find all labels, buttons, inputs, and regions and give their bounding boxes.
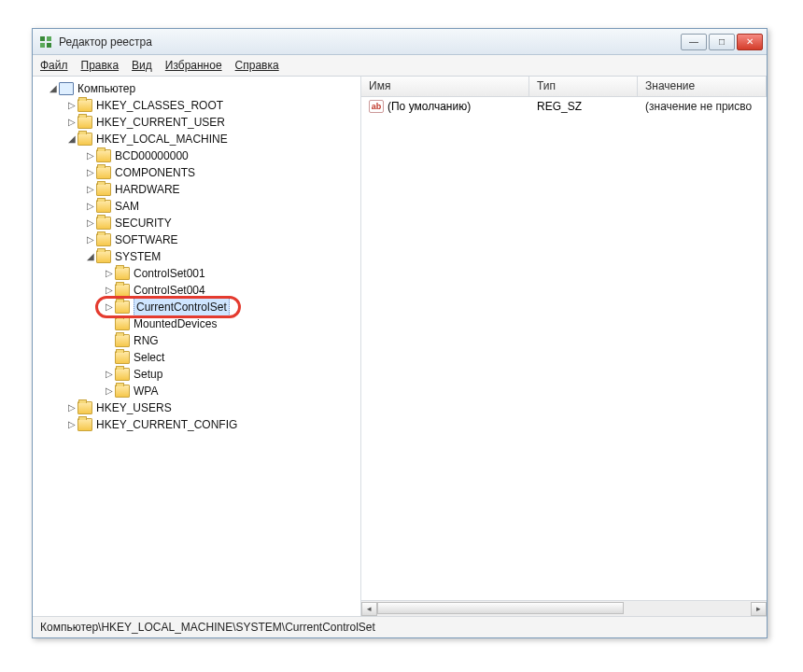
folder-icon bbox=[115, 301, 130, 314]
tree-label: Компьютер bbox=[77, 80, 135, 97]
tree-node-rng[interactable]: ▷RNG bbox=[33, 332, 360, 349]
expand-icon[interactable]: ▷ bbox=[66, 97, 77, 114]
value-row[interactable]: ab (По умолчанию) REG_SZ (значение не пр… bbox=[361, 97, 767, 116]
folder-icon bbox=[115, 368, 130, 381]
collapse-icon[interactable]: ◢ bbox=[48, 80, 59, 97]
tree-node-software[interactable]: ▷SOFTWARE bbox=[33, 231, 360, 248]
expand-icon[interactable]: ▷ bbox=[66, 416, 77, 433]
column-type[interactable]: Тип bbox=[529, 77, 638, 96]
computer-icon bbox=[59, 82, 74, 95]
svg-rect-3 bbox=[47, 43, 51, 48]
menu-view[interactable]: Вид bbox=[132, 59, 152, 72]
expand-icon[interactable]: ▷ bbox=[85, 147, 96, 164]
horizontal-scrollbar[interactable]: ◂ ▸ bbox=[361, 600, 767, 616]
svg-rect-1 bbox=[47, 36, 51, 41]
folder-icon bbox=[96, 217, 111, 230]
tree-label: WPA bbox=[134, 383, 158, 399]
folder-icon bbox=[96, 183, 111, 196]
menu-favorites[interactable]: Избранное bbox=[165, 59, 222, 72]
tree-node-hklm[interactable]: ◢ HKEY_LOCAL_MACHINE bbox=[33, 131, 360, 147]
folder-icon bbox=[77, 133, 92, 146]
regedit-window: Редактор реестра — □ ✕ Файл Правка Вид И… bbox=[32, 28, 768, 638]
expand-icon[interactable]: ▷ bbox=[85, 215, 96, 231]
expand-icon[interactable]: ▷ bbox=[104, 299, 115, 315]
expand-icon[interactable]: ▷ bbox=[104, 383, 115, 399]
svg-rect-2 bbox=[40, 43, 45, 48]
menubar: Файл Правка Вид Избранное Справка bbox=[33, 55, 767, 77]
collapse-icon[interactable]: ◢ bbox=[66, 131, 77, 147]
tree-node-system[interactable]: ◢SYSTEM bbox=[33, 248, 360, 265]
folder-icon bbox=[115, 351, 130, 364]
tree-node-components[interactable]: ▷COMPONENTS bbox=[33, 164, 360, 181]
tree-label: RNG bbox=[134, 332, 159, 349]
column-value[interactable]: Значение bbox=[638, 77, 767, 96]
expand-icon[interactable]: ▷ bbox=[66, 114, 77, 131]
tree-node-currentcontrolset[interactable]: ▷CurrentControlSet bbox=[33, 299, 360, 315]
menu-file[interactable]: Файл bbox=[40, 59, 68, 72]
values-list[interactable]: ab (По умолчанию) REG_SZ (значение не пр… bbox=[361, 97, 767, 600]
scroll-left-button[interactable]: ◂ bbox=[361, 602, 377, 616]
folder-icon bbox=[115, 317, 130, 330]
expand-icon[interactable]: ▷ bbox=[85, 231, 96, 248]
folder-icon bbox=[96, 166, 111, 179]
tree-label: ControlSet004 bbox=[134, 282, 205, 299]
tree-label: MountedDevices bbox=[134, 315, 217, 332]
tree-node-hku[interactable]: ▷ HKEY_USERS bbox=[33, 399, 360, 416]
tree-label: HKEY_USERS bbox=[96, 399, 172, 416]
folder-icon bbox=[77, 116, 92, 129]
menu-help[interactable]: Справка bbox=[235, 59, 279, 72]
tree-node-sam[interactable]: ▷SAM bbox=[33, 198, 360, 215]
expand-icon[interactable]: ▷ bbox=[85, 181, 96, 198]
tree-label: HKEY_CURRENT_CONFIG bbox=[96, 416, 237, 433]
expand-icon[interactable]: ▷ bbox=[85, 198, 96, 215]
titlebar[interactable]: Редактор реестра — □ ✕ bbox=[33, 29, 767, 55]
tree-node-hkcu[interactable]: ▷ HKEY_CURRENT_USER bbox=[33, 114, 360, 131]
column-name[interactable]: Имя bbox=[361, 77, 529, 96]
tree-label: COMPONENTS bbox=[115, 164, 195, 181]
close-button[interactable]: ✕ bbox=[737, 34, 763, 50]
tree-node-hkcr[interactable]: ▷ HKEY_CLASSES_ROOT bbox=[33, 97, 360, 114]
column-headers: Имя Тип Значение bbox=[361, 77, 767, 97]
tree-node-hardware[interactable]: ▷HARDWARE bbox=[33, 181, 360, 198]
tree-label: SYSTEM bbox=[115, 248, 161, 265]
expand-icon[interactable]: ▷ bbox=[104, 282, 115, 299]
tree-label-selected: CurrentControlSet bbox=[134, 298, 230, 316]
window-controls: — □ ✕ bbox=[681, 34, 763, 50]
minimize-button[interactable]: — bbox=[681, 34, 707, 50]
menu-edit[interactable]: Правка bbox=[81, 59, 120, 72]
expand-icon[interactable]: ▷ bbox=[66, 399, 77, 416]
tree-node-computer[interactable]: ◢ Компьютер bbox=[33, 80, 360, 97]
tree-node-setup[interactable]: ▷Setup bbox=[33, 366, 360, 383]
tree-node-wpa[interactable]: ▷WPA bbox=[33, 383, 360, 399]
tree-label: Select bbox=[134, 349, 164, 366]
folder-icon bbox=[96, 200, 111, 213]
tree-label: HARDWARE bbox=[115, 181, 180, 198]
tree-node-bcd[interactable]: ▷BCD00000000 bbox=[33, 147, 360, 164]
tree-pane[interactable]: ◢ Компьютер ▷ HKEY_CLASSES_ROOT bbox=[33, 77, 361, 616]
window-title: Редактор реестра bbox=[59, 35, 681, 49]
scroll-thumb[interactable] bbox=[377, 602, 624, 614]
tree-label: SAM bbox=[115, 198, 139, 215]
value-name: (По умолчанию) bbox=[387, 100, 471, 113]
tree-node-select[interactable]: ▷Select bbox=[33, 349, 360, 366]
scroll-track[interactable] bbox=[377, 602, 751, 616]
tree-node-cs004[interactable]: ▷ControlSet004 bbox=[33, 282, 360, 299]
string-value-icon: ab bbox=[369, 100, 384, 113]
folder-icon bbox=[115, 334, 130, 347]
tree-node-security[interactable]: ▷SECURITY bbox=[33, 215, 360, 231]
folder-icon bbox=[115, 385, 130, 398]
tree-label: HKEY_LOCAL_MACHINE bbox=[96, 131, 228, 147]
folder-icon bbox=[96, 233, 111, 246]
tree-node-hkcc[interactable]: ▷ HKEY_CURRENT_CONFIG bbox=[33, 416, 360, 433]
values-pane: Имя Тип Значение ab (По умолчанию) REG_S… bbox=[361, 77, 767, 616]
maximize-button[interactable]: □ bbox=[709, 34, 735, 50]
expand-icon[interactable]: ▷ bbox=[104, 366, 115, 383]
expand-icon[interactable]: ▷ bbox=[85, 164, 96, 181]
value-data: (значение не присво bbox=[638, 100, 767, 113]
scroll-right-button[interactable]: ▸ bbox=[751, 602, 767, 616]
tree-node-mounteddevices[interactable]: ▷MountedDevices bbox=[33, 315, 360, 332]
folder-icon bbox=[77, 99, 92, 112]
collapse-icon[interactable]: ◢ bbox=[85, 248, 96, 265]
expand-icon[interactable]: ▷ bbox=[104, 265, 115, 282]
tree-node-cs001[interactable]: ▷ControlSet001 bbox=[33, 265, 360, 282]
